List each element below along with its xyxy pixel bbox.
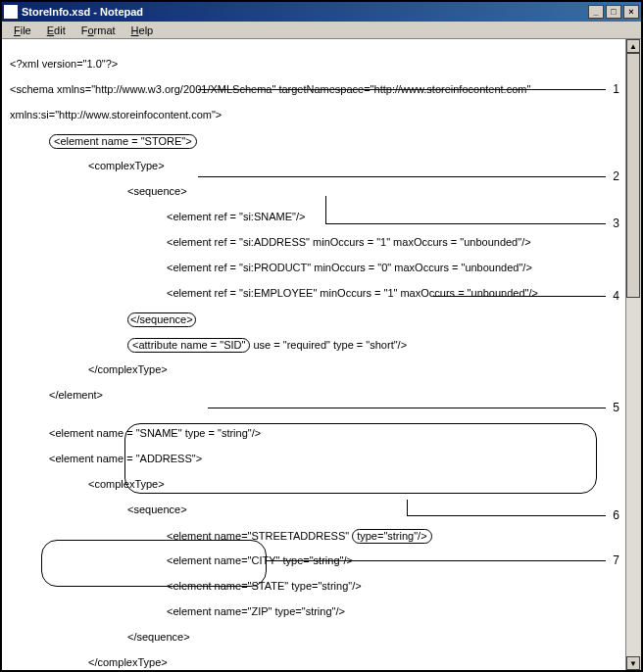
code-line: <element ref = "si:PRODUCT" minOccurs = … (10, 262, 618, 274)
callout-oval-3a: <attribute name = "SID" (127, 338, 250, 353)
code-line: <complexType> (10, 478, 618, 491)
code-line: <element name = "SNAME" type = "string"/… (10, 427, 618, 440)
code-line: <sequence> (10, 185, 618, 198)
code-line: </sequence> (10, 631, 618, 644)
leader-7 (267, 560, 606, 561)
menu-file[interactable]: File (6, 24, 39, 37)
callout-number-7: 7 (613, 553, 619, 567)
window-title: StoreInfo.xsd - Notepad (22, 6, 143, 18)
code-line: <element ref = "si:EMPLOYEE" minOccurs =… (10, 287, 618, 300)
callout-number-3: 3 (613, 216, 619, 230)
code-line: </complexType> (10, 656, 618, 669)
callout-number-6: 6 (613, 508, 619, 522)
code-line: <attribute name = "SID" use = "required"… (10, 338, 618, 351)
menu-format[interactable]: Format (74, 24, 124, 37)
minimize-button[interactable]: _ (588, 5, 604, 19)
scroll-thumb[interactable] (626, 53, 640, 298)
menu-help[interactable]: Help (124, 24, 162, 37)
menu-edit[interactable]: Edit (39, 24, 74, 37)
content-area: <?xml version="1.0"?> <schema xmlns="htt… (2, 39, 641, 670)
leader-5 (208, 408, 606, 408)
callout-number-2: 2 (613, 169, 619, 183)
callout-number-4: 4 (613, 289, 619, 303)
leader-6 (407, 515, 606, 516)
code-line: <element ref = "si:SNAME"/> (10, 211, 618, 223)
vline-6 (407, 500, 408, 515)
leader-4 (433, 296, 606, 297)
leader-1 (198, 89, 606, 90)
menu-bar: File Edit Format Help (2, 22, 641, 39)
code-line: <?xml version="1.0"?> (10, 58, 618, 71)
notepad-window: StoreInfo.xsd - Notepad _ □ × File Edit … (0, 0, 643, 672)
code-line: <element name="STREETADDRESS" type="stri… (10, 529, 618, 542)
callout-number-1: 1 (613, 82, 619, 96)
vertical-scrollbar[interactable]: ▲ ▼ (625, 39, 641, 670)
close-button[interactable]: × (623, 5, 639, 19)
callout-oval-2: </sequence> (127, 312, 196, 327)
code-line: <complexType> (10, 160, 618, 172)
app-icon (4, 5, 18, 19)
code-line: <element name = "STORE"> (10, 134, 618, 147)
callout-number-5: 5 (613, 401, 619, 414)
title-bar[interactable]: StoreInfo.xsd - Notepad _ □ × (2, 2, 641, 22)
code-line: xmlns:si="http://www.storeinfocontent.co… (10, 109, 618, 121)
code-line: <element name="STATE" type="string"/> (10, 580, 618, 593)
code-line: </complexType> (10, 363, 618, 376)
leader-2 (198, 176, 606, 177)
leader-3 (325, 223, 606, 224)
callout-oval-4: type="string"/> (352, 529, 431, 544)
callout-oval-1: <element name = "STORE"> (49, 134, 197, 149)
code-line: <element ref = "si:ADDRESS" minOccurs = … (10, 236, 618, 249)
scroll-up-button[interactable]: ▲ (626, 39, 640, 53)
scroll-down-button[interactable]: ▼ (626, 656, 640, 670)
code-line: <element name = "ADDRESS"> (10, 453, 618, 465)
scroll-track[interactable] (626, 298, 641, 656)
code-line: <element name="ZIP" type="string"/> (10, 605, 618, 618)
code-line: </sequence> (10, 312, 618, 325)
maximize-button[interactable]: □ (606, 5, 621, 19)
code-line: </element> (10, 389, 618, 402)
text-editor[interactable]: <?xml version="1.0"?> <schema xmlns="htt… (2, 39, 625, 670)
vline-3 (325, 196, 326, 223)
